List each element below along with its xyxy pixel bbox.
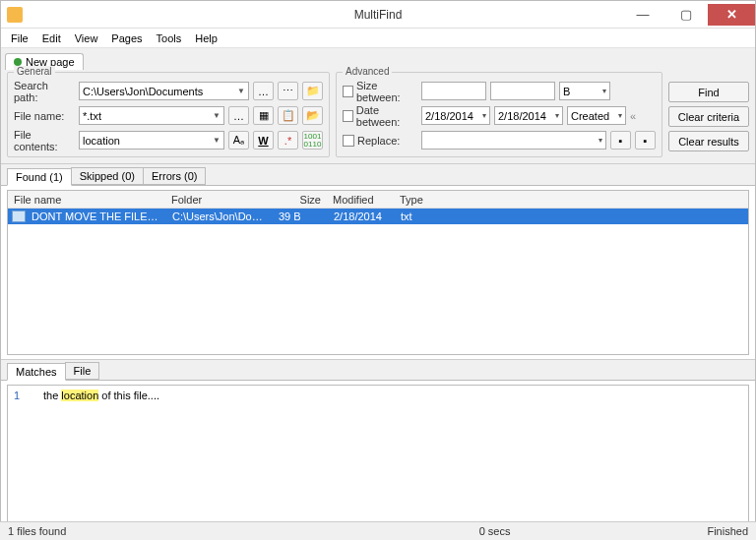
cell-folder: C:\Users\Jon\Document... [166, 210, 273, 222]
menu-file[interactable]: File [5, 30, 34, 46]
file-contents-label: File contents: [14, 129, 75, 152]
replace-preview-button[interactable]: ▪ [610, 131, 631, 150]
window-title: MultiFind [354, 8, 403, 22]
menu-tools[interactable]: Tools [151, 30, 188, 46]
date-backref-label: « [630, 110, 636, 122]
filename-copy-button[interactable]: 📋 [278, 106, 298, 125]
status-files-found: 1 files found [8, 525, 66, 537]
file-name-input[interactable]: *.txt▼ [79, 106, 224, 125]
contents-binary-button[interactable]: 10010110 [302, 131, 323, 150]
match-line-number: 1 [14, 390, 24, 401]
cell-size: 39 B [273, 210, 328, 222]
filename-folder-button[interactable]: 📂 [302, 106, 323, 125]
path-history-button[interactable]: … [253, 82, 274, 100]
general-panel: General Search path: C:\Users\Jon\Docume… [7, 72, 330, 157]
size-between-checkbox[interactable] [343, 86, 353, 97]
cell-modified: 2/18/2014 [328, 210, 395, 222]
dropdown-icon: ▼ [213, 111, 220, 120]
tab-skipped[interactable]: Skipped (0) [71, 167, 144, 185]
match-line[interactable]: 1 the location of this file.... [14, 390, 742, 401]
date-between-label: Date between: [356, 104, 417, 128]
menu-view[interactable]: View [69, 30, 104, 46]
replace-checkbox[interactable] [343, 135, 354, 147]
size-unit-select[interactable]: B▾ [559, 82, 610, 100]
menu-edit[interactable]: Edit [36, 30, 67, 46]
cell-type: txt [395, 210, 442, 222]
col-size[interactable]: Size [272, 194, 327, 206]
advanced-panel: Advanced Size between: B▾ Date between: … [336, 72, 662, 157]
menu-pages[interactable]: Pages [105, 30, 148, 46]
date-between-checkbox[interactable] [343, 110, 353, 122]
find-button[interactable]: Find [668, 82, 749, 102]
tab-found[interactable]: Found (1) [7, 168, 72, 186]
replace-label: Replace: [357, 135, 400, 147]
clear-results-button[interactable]: Clear results [668, 131, 749, 151]
general-legend: General [14, 66, 55, 77]
result-tab-strip: Found (1) Skipped (0) Errors (0) [1, 164, 755, 186]
date-to-input[interactable]: 2/18/2014▾ [494, 106, 563, 125]
status-dot-icon [14, 58, 22, 66]
date-field-select[interactable]: Created▾ [567, 106, 626, 125]
date-from-input[interactable]: 2/18/2014▾ [421, 106, 490, 125]
file-contents-input[interactable]: location▼ [79, 131, 224, 150]
action-buttons: Find Clear criteria Clear results [668, 72, 749, 157]
results-header[interactable]: File name Folder Size Modified Type [8, 191, 748, 209]
tab-file[interactable]: File [65, 362, 100, 380]
col-folder[interactable]: Folder [165, 194, 272, 206]
status-elapsed: 0 secs [479, 525, 511, 537]
match-highlight: location [61, 390, 98, 401]
menu-bar: File Edit View Pages Tools Help [1, 29, 755, 48]
col-type[interactable]: Type [394, 194, 441, 206]
replace-apply-button[interactable]: ▪ [635, 131, 656, 150]
filename-history-button[interactable]: … [228, 106, 249, 125]
advanced-legend: Advanced [343, 66, 392, 77]
status-bar: 1 files found 0 secs Finished [0, 521, 756, 540]
cell-filename: DONT MOVE THE FILE.txt [26, 210, 166, 222]
match-text: the location of this file.... [43, 390, 159, 401]
path-subdirs-button[interactable]: ⋯ [278, 82, 298, 100]
size-to-input[interactable] [490, 82, 555, 100]
contents-case-button[interactable]: Aₐ [228, 131, 249, 150]
contents-regex-button[interactable]: .* [278, 131, 298, 150]
search-path-input[interactable]: C:\Users\Jon\Documents▼ [79, 82, 249, 100]
size-between-label: Size between: [356, 80, 417, 103]
file-icon [12, 210, 26, 222]
criteria-area: General Search path: C:\Users\Jon\Docume… [1, 70, 755, 164]
dropdown-icon: ▼ [213, 136, 220, 145]
size-from-input[interactable] [421, 82, 486, 100]
matches-pane[interactable]: 1 the location of this file.... [7, 385, 749, 540]
title-bar: MultiFind — ▢ ✕ [1, 1, 755, 29]
clear-criteria-button[interactable]: Clear criteria [668, 106, 749, 127]
app-icon [7, 7, 23, 23]
dropdown-icon: ▼ [237, 87, 245, 95]
match-tab-strip: Matches File [1, 359, 755, 381]
filename-presets-button[interactable]: ▦ [253, 106, 274, 125]
col-filename[interactable]: File name [8, 194, 165, 206]
table-row[interactable]: DONT MOVE THE FILE.txt C:\Users\Jon\Docu… [8, 209, 748, 224]
col-modified[interactable]: Modified [327, 194, 394, 206]
results-list[interactable]: File name Folder Size Modified Type DONT… [7, 190, 749, 355]
menu-help[interactable]: Help [189, 30, 223, 46]
browse-folder-button[interactable]: 📁 [302, 82, 323, 100]
file-name-label: File name: [14, 110, 75, 122]
minimize-button[interactable]: — [621, 4, 664, 26]
maximize-button[interactable]: ▢ [664, 4, 708, 26]
tab-matches[interactable]: Matches [7, 363, 66, 381]
replace-input[interactable]: ▾ [421, 131, 606, 150]
close-button[interactable]: ✕ [708, 4, 755, 26]
contents-word-button[interactable]: W [253, 131, 274, 150]
tab-errors[interactable]: Errors (0) [143, 167, 206, 185]
status-state: Finished [707, 525, 748, 537]
search-path-label: Search path: [14, 80, 75, 103]
